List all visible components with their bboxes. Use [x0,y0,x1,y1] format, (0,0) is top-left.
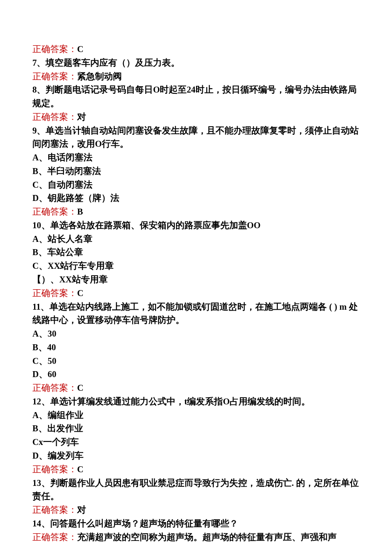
answer-line-8: 正确答案：对 [32,110,360,124]
question-12-option-a: A、编组作业 [32,409,360,422]
question-10-option-c: C、XX站行车专用章 [32,259,360,273]
answer-value: C [77,288,84,298]
answer-label: 正确答案： [32,207,77,216]
answer-label: 正确答案： [32,383,77,392]
answer-label: 正确答案： [32,465,77,474]
answer-line-13: 正确答案：对 [32,503,360,517]
answer-line-14: 正确答案：充满超声波的空间称为超声场。超声场的特征量有声压、声强和声 [32,531,360,544]
question-10-option-b: B、车站公章 [32,246,360,259]
question-10-option-a: A、站长人名章 [32,232,360,246]
question-11-option-d: D、60 [32,368,360,381]
question-7-text: 7、填空题客车内应有（）及压力表。 [32,56,360,70]
answer-line-7: 正确答案：紧急制动阀 [32,70,360,84]
question-14-text: 14、问答题什么叫超声场？超声场的特征量有哪些？ [32,517,360,531]
answer-label: 正确答案： [32,532,77,542]
answer-value: C [77,383,84,392]
answer-value: B [77,207,83,216]
question-11-option-b: B、40 [32,341,360,355]
question-12-option-d: D、编发列车 [32,449,360,463]
answer-line-10: 正确答案：C [32,287,360,300]
question-9-option-c: C、自动闭塞法 [32,178,360,192]
answer-line-11: 正确答案：C [32,381,360,395]
question-12-option-c: Cx一个列车 [32,436,360,449]
answer-value: 充满超声波的空间称为超声场。超声场的特征量有声压、声强和声 [77,532,337,542]
question-12-text: 12、单选计算编发线通过能力公式中，t编发系指O占用编发线的时间。 [32,395,360,409]
answer-value: 紧急制动阀 [77,72,122,81]
question-10-text: 10、单选各站放在路票箱、保安箱内的路票应事先加盖OO [32,219,360,232]
question-8-text: 8、判断题电话记录号码自每日O时起至24时止，按日循环编号，编号办法由铁路局规定… [32,83,360,110]
answer-line-9: 正确答案：B [32,205,360,219]
question-9-text: 9、单选当计轴自动站间闭塞设备发生故障，且不能办理故障复零时，须停止自动站间闭塞… [32,124,360,151]
answer-value: C [77,44,84,54]
answer-label: 正确答案： [32,44,77,54]
answer-value: 对 [77,505,86,514]
question-9-option-d: D、钥匙路签（牌）法 [32,192,360,205]
question-9-option-b: B、半臼动闭塞法 [32,165,360,178]
question-11-option-c: C、50 [32,355,360,368]
answer-value: 对 [77,112,86,122]
question-11-text: 11、单选在站内线路上施工，如不能加锁或钉固道岔时，在施工地点两端各 ( ) m… [32,300,360,328]
document-page: 正确答案：C 7、填空题客车内应有（）及压力表。 正确答案：紧急制动阀 8、判断… [0,0,392,555]
answer-value: C [77,465,84,474]
answer-line-6: 正确答案：C [32,43,360,56]
answer-label: 正确答案： [32,505,77,514]
question-11-option-a: A、30 [32,327,360,341]
answer-label: 正确答案： [32,112,77,122]
question-13-text: 13、判断题作业人员因患有职业禁忌症而导致行为失控，造成伤亡. 的，定所在单位责… [32,477,360,504]
question-12-option-b: B、出发作业 [32,422,360,436]
question-9-option-a: A、电话闭塞法 [32,151,360,165]
question-10-option-d: 【）、XX站专用章 [32,273,360,287]
answer-label: 正确答案： [32,288,77,298]
answer-line-12: 正确答案：C [32,463,360,477]
answer-label: 正确答案： [32,72,77,81]
